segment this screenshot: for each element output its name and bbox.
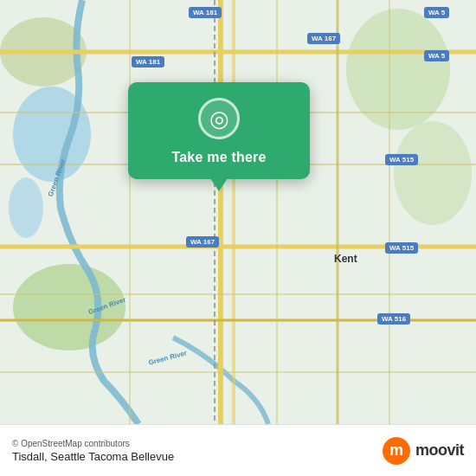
wa5-label: WA 5 [424, 7, 449, 18]
wa516-label: WA 516 [377, 313, 410, 325]
wa515-label-1: WA 515 [385, 154, 418, 165]
wa515-label-2: WA 515 [385, 242, 418, 254]
osm-attribution: © OpenStreetMap contributors [12, 439, 174, 448]
bottom-bar: © OpenStreetMap contributors Tisdall, Se… [0, 424, 476, 476]
moovit-logo: m moovit [383, 437, 464, 465]
wa181-label-top: WA 181 [189, 7, 222, 18]
wa167-label-top: WA 167 [307, 33, 340, 44]
pin-circle: ◎ [198, 98, 240, 139]
moovit-icon: m [383, 437, 410, 465]
svg-point-5 [394, 121, 472, 225]
wa5-label-2: WA 5 [424, 50, 449, 61]
moovit-brand-name: moovit [415, 441, 464, 460]
wa167-label-bot: WA 167 [186, 236, 219, 248]
location-text: Tisdall, Seattle Tacoma Bellevue [12, 450, 174, 463]
wa181-label-mid: WA 181 [132, 56, 164, 68]
popup-card: ◎ Take me there [128, 82, 310, 179]
bottom-left-info: © OpenStreetMap contributors Tisdall, Se… [12, 439, 174, 463]
map-container: WA 181 WA 181 WA 167 WA 167 WA 515 WA 51… [0, 0, 476, 424]
svg-point-2 [9, 177, 43, 238]
location-pin-icon: ◎ [209, 107, 229, 130]
kent-city-label: Kent [334, 253, 357, 265]
take-me-there-button[interactable]: Take me there [171, 150, 266, 165]
